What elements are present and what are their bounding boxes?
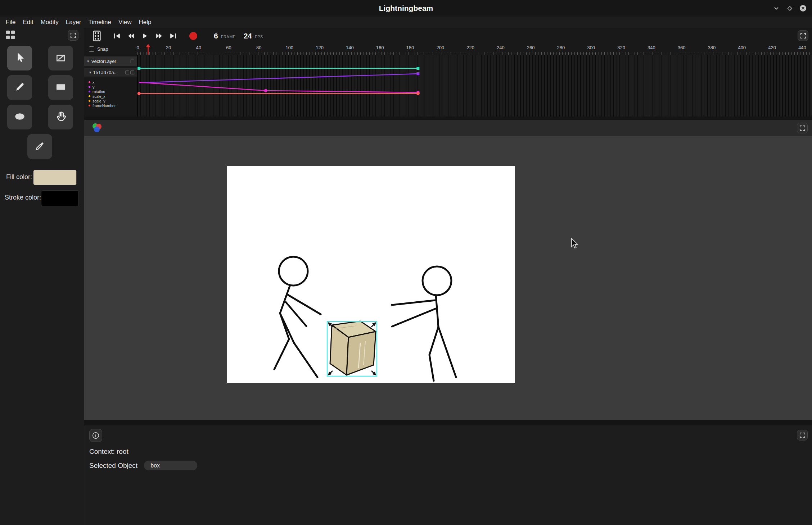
ruler-tick-marks: [137, 52, 812, 55]
selected-object-row: Selected Object box: [89, 461, 197, 470]
property-label: x: [93, 80, 94, 85]
layer-row-object[interactable]: ▾ 151ad70a...: [84, 68, 137, 77]
ellipse-tool-button[interactable]: [7, 105, 32, 129]
cursor-arrow-icon: [14, 51, 26, 65]
ruler-tick-260: 260: [527, 45, 535, 50]
timeline-panel: 6 FRAME 24 FPS Snap 02040608010012014016…: [84, 28, 812, 117]
fill-color-swatch[interactable]: [33, 170, 77, 185]
ruler-tick-420: 420: [768, 45, 776, 50]
curve-red-keyframe: [137, 92, 141, 95]
menu-layer[interactable]: Layer: [62, 19, 85, 26]
window-title: Lightningbeam: [379, 4, 433, 13]
hand-tool-button[interactable]: [48, 105, 73, 129]
timeline-curves[interactable]: [137, 55, 812, 117]
ruler-tick-60: 60: [226, 45, 231, 50]
stage-scene[interactable]: [227, 166, 515, 383]
canvas-logo-icon: [91, 122, 102, 134]
film-strip-icon[interactable]: [91, 30, 103, 42]
property-label: scale_y: [93, 99, 105, 103]
property-label: rotation: [93, 90, 105, 94]
select-tool-button[interactable]: [7, 46, 32, 70]
apps-grid-icon[interactable]: [6, 30, 15, 41]
ruler-tick-400: 400: [738, 45, 746, 50]
info-icon[interactable]: [89, 429, 102, 442]
property-label: frameNumber: [93, 104, 116, 108]
menu-view[interactable]: View: [115, 19, 135, 26]
canvas-panel: [84, 120, 812, 420]
playhead[interactable]: [146, 44, 150, 56]
property-color-dot: [89, 81, 90, 83]
selected-object-label: Selected Object: [89, 462, 137, 470]
fps-unit-label: FPS: [255, 35, 263, 39]
play-button[interactable]: [139, 30, 151, 42]
layer-properties: xyrotationscale_xscale_yframeNumber: [84, 77, 137, 108]
inspector-expand-icon[interactable]: [797, 430, 808, 440]
rectangle-tool-button[interactable]: [48, 75, 73, 100]
ruler-tick-100: 100: [285, 45, 293, 50]
canvas-expand-icon[interactable]: [797, 123, 808, 133]
layer-lock-toggle-icon[interactable]: [130, 70, 134, 74]
stage[interactable]: [227, 166, 515, 383]
transform-tool-button[interactable]: [48, 46, 73, 70]
layer-panel: ▾ VectorLayer ▾ 151ad70a... xyrotationsc…: [84, 55, 137, 117]
ruler-tick-240: 240: [497, 45, 505, 50]
pencil-tool-button[interactable]: [7, 75, 32, 100]
layer-visibility-toggle-icon[interactable]: [125, 70, 129, 74]
ruler-tick-300: 300: [587, 45, 595, 50]
timeline-body: ▾ VectorLayer ▾ 151ad70a... xyrotationsc…: [84, 55, 812, 117]
property-x[interactable]: x: [89, 80, 137, 85]
skip-to-start-button[interactable]: [111, 30, 123, 42]
layer-row-vectorlayer[interactable]: ▾ VectorLayer: [84, 56, 137, 66]
property-scale_y[interactable]: scale_y: [89, 99, 137, 103]
curve-red-keyframe: [416, 92, 420, 95]
chevron-down-icon[interactable]: ▾: [89, 70, 91, 75]
ruler-tick-280: 280: [557, 45, 565, 50]
minimize-chevron-icon[interactable]: [772, 4, 780, 12]
property-label: scale_x: [93, 94, 105, 99]
menu-timeline[interactable]: Timeline: [85, 19, 115, 26]
rewind-button[interactable]: [125, 30, 137, 42]
stroke-color-label: Stroke color:: [5, 194, 41, 201]
canvas-header: [84, 120, 812, 136]
eyedropper-icon: [34, 140, 46, 154]
stroke-color-swatch[interactable]: [41, 190, 79, 206]
property-color-dot: [89, 91, 90, 92]
maximize-diamond-icon[interactable]: [786, 4, 794, 12]
ruler-tick-320: 320: [617, 45, 625, 50]
menu-modify[interactable]: Modify: [37, 19, 62, 26]
property-rotation[interactable]: rotation: [89, 89, 137, 94]
layer-handle-icon[interactable]: [130, 59, 134, 63]
sidebar-expand-icon[interactable]: [68, 30, 78, 41]
property-color-dot: [89, 95, 90, 97]
skip-to-end-button[interactable]: [167, 30, 179, 42]
property-color-dot: [89, 105, 90, 106]
ruler-tick-220: 220: [466, 45, 474, 50]
layer-name: VectorLayer: [91, 59, 116, 64]
curve-magenta: [139, 82, 418, 92]
curve-teal-keyframe: [137, 67, 140, 70]
menu-help[interactable]: Help: [135, 19, 155, 26]
timeline-ruler[interactable]: Snap 02040608010012014016018020022024026…: [84, 44, 812, 55]
lightningbeam-window: Lightningbeam FileEditModifyLayerTimelin…: [0, 0, 812, 525]
ruler-tick-20: 20: [166, 45, 171, 50]
timeline-expand-icon[interactable]: [798, 30, 808, 41]
window-controls: [772, 0, 807, 17]
menu-file[interactable]: File: [2, 19, 19, 26]
ruler-tick-440: 440: [798, 45, 806, 50]
chevron-down-icon[interactable]: ▾: [87, 59, 89, 64]
property-frameNumber[interactable]: frameNumber: [89, 103, 137, 108]
eyedropper-tool-button[interactable]: [27, 134, 52, 159]
mouse-cursor-icon: [571, 238, 580, 250]
menu-edit[interactable]: Edit: [19, 19, 37, 26]
property-scale_x[interactable]: scale_x: [89, 94, 137, 99]
close-icon[interactable]: [799, 4, 807, 12]
selected-object-field[interactable]: box: [144, 461, 197, 470]
curve-magenta-keyframe: [264, 89, 267, 92]
property-y[interactable]: y: [89, 85, 137, 89]
playback-controls: [111, 30, 179, 42]
fps-value[interactable]: 24: [244, 32, 252, 40]
fast-forward-button[interactable]: [153, 30, 165, 42]
hand-icon: [55, 110, 67, 124]
inspector-panel: Context: root Selected Object box: [84, 425, 812, 525]
record-button[interactable]: [187, 30, 199, 42]
